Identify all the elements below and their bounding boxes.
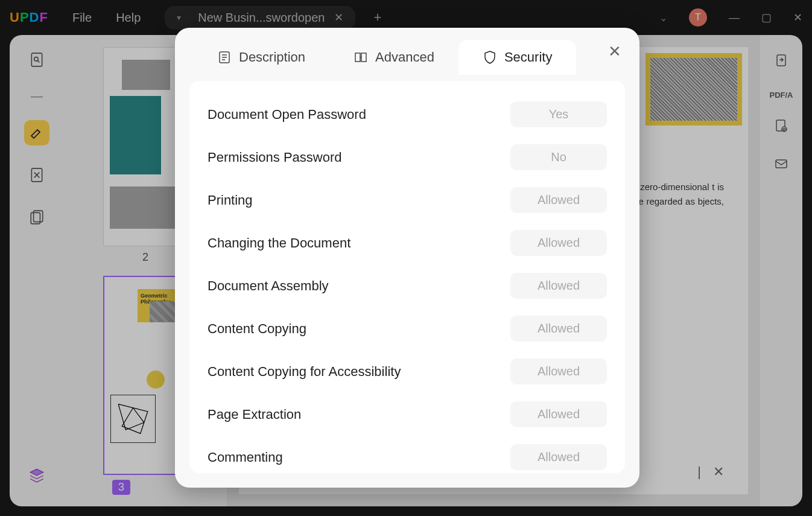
tab-description[interactable]: Description [193, 40, 329, 75]
security-value: Allowed [510, 358, 607, 384]
security-row: PrintingAllowed [208, 179, 607, 221]
security-label: Changing the Document [208, 235, 350, 251]
tab-advanced-label: Advanced [375, 49, 434, 65]
security-value: Allowed [510, 273, 607, 299]
security-value: Allowed [510, 230, 607, 256]
security-value: Yes [510, 101, 607, 127]
properties-modal: Description Advanced Security ✕ Document… [175, 28, 639, 488]
modal-close-icon[interactable]: ✕ [608, 42, 621, 61]
security-label: Printing [208, 193, 253, 208]
security-row: Page ExtractionAllowed [208, 393, 607, 436]
security-value: Allowed [510, 187, 607, 213]
security-label: Permissions Password [208, 150, 342, 165]
security-row: Document Open PasswordYes [208, 93, 607, 136]
security-row: CommentingAllowed [208, 436, 607, 473]
tab-security[interactable]: Security [458, 40, 576, 75]
security-row: Content CopyingAllowed [208, 307, 607, 350]
security-value: Allowed [510, 316, 607, 342]
security-label: Document Open Password [208, 107, 366, 123]
security-label: Content Copying for Accessibility [208, 364, 401, 380]
security-value: Allowed [510, 401, 607, 427]
security-row: Content Copying for AccessibilityAllowed [208, 350, 607, 393]
security-value: No [510, 144, 607, 170]
modal-body: Document Open PasswordYesPermissions Pas… [189, 81, 625, 473]
tab-description-label: Description [239, 49, 305, 65]
security-label: Document Assembly [208, 278, 329, 294]
modal-tabs: Description Advanced Security ✕ [175, 28, 639, 81]
security-value: Allowed [510, 444, 607, 470]
security-label: Content Copying [208, 321, 306, 337]
security-row: Changing the DocumentAllowed [208, 221, 607, 264]
security-row: Permissions PasswordNo [208, 136, 607, 179]
tab-advanced[interactable]: Advanced [329, 40, 458, 75]
tab-security-label: Security [504, 49, 552, 65]
security-label: Page Extraction [208, 407, 301, 422]
security-label: Commenting [208, 450, 283, 465]
security-row: Document AssemblyAllowed [208, 264, 607, 307]
